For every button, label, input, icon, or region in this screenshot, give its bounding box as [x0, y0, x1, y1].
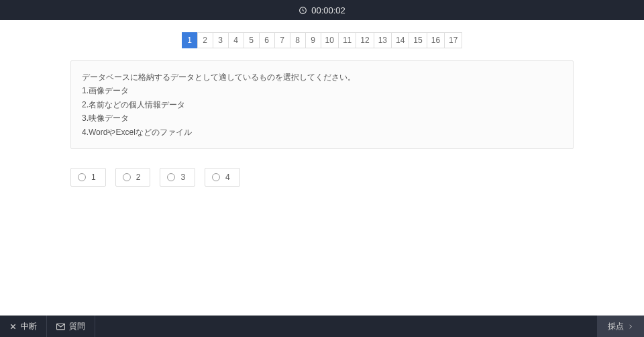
- mail-icon: [56, 323, 65, 330]
- bottom-bar: 中断 質問 採点: [0, 316, 644, 337]
- pager-item-17[interactable]: 17: [444, 32, 462, 48]
- timer-text: 00:00:02: [311, 5, 345, 15]
- pager-item-11[interactable]: 11: [338, 32, 356, 48]
- question-line: 3.映像データ: [82, 111, 562, 125]
- close-icon: [9, 323, 17, 330]
- answer-option-1[interactable]: 1: [70, 168, 106, 187]
- radio-icon: [78, 173, 86, 181]
- radio-icon: [212, 173, 220, 181]
- pager-item-12[interactable]: 12: [356, 32, 374, 48]
- answer-label: 2: [136, 173, 141, 182]
- grade-button[interactable]: 採点: [597, 316, 644, 337]
- answer-label: 3: [180, 173, 185, 182]
- question-button[interactable]: 質問: [47, 316, 95, 337]
- pager-item-10[interactable]: 10: [321, 32, 339, 48]
- question-line: 4.WordやExcelなどのファイル: [82, 126, 562, 139]
- pager-item-7[interactable]: 7: [274, 32, 290, 48]
- radio-icon: [123, 173, 131, 181]
- chevron-right-icon: [628, 323, 633, 330]
- clock-icon: [299, 6, 307, 15]
- question-button-label: 質問: [69, 321, 85, 332]
- question-text-box: データベースに格納するデータとして適しているものを選択してください。1.画像デー…: [70, 60, 574, 149]
- pager-item-3[interactable]: 3: [213, 32, 229, 48]
- pager-item-6[interactable]: 6: [259, 32, 275, 48]
- abort-label: 中断: [21, 321, 37, 332]
- radio-icon: [167, 173, 175, 181]
- pager-item-14[interactable]: 14: [391, 32, 409, 48]
- answer-options: 1234: [70, 168, 574, 187]
- answer-option-4[interactable]: 4: [205, 168, 240, 187]
- content-area: 1234567891011121314151617 データベースに格納するデータ…: [0, 20, 644, 316]
- pager-item-1[interactable]: 1: [182, 32, 198, 48]
- question-line: 1.画像データ: [82, 84, 562, 97]
- pager-item-13[interactable]: 13: [374, 32, 392, 48]
- pager-item-16[interactable]: 16: [427, 32, 445, 48]
- abort-button[interactable]: 中断: [0, 316, 47, 337]
- pager-item-5[interactable]: 5: [244, 32, 260, 48]
- answer-label: 4: [225, 173, 230, 182]
- grade-label: 採点: [608, 321, 624, 332]
- question-pager: 1234567891011121314151617: [0, 32, 644, 48]
- pager-item-4[interactable]: 4: [228, 32, 244, 48]
- pager-item-2[interactable]: 2: [197, 32, 213, 48]
- question-line: データベースに格納するデータとして適しているものを選択してください。: [82, 70, 562, 84]
- pager-item-8[interactable]: 8: [290, 32, 306, 48]
- pager-item-9[interactable]: 9: [305, 32, 321, 48]
- answer-label: 1: [91, 173, 96, 182]
- answer-option-2[interactable]: 2: [115, 168, 151, 187]
- pager-item-15[interactable]: 15: [409, 32, 427, 48]
- question-line: 2.名前などの個人情報データ: [82, 98, 562, 111]
- top-bar: 00:00:02: [0, 0, 644, 20]
- answer-option-3[interactable]: 3: [160, 168, 195, 187]
